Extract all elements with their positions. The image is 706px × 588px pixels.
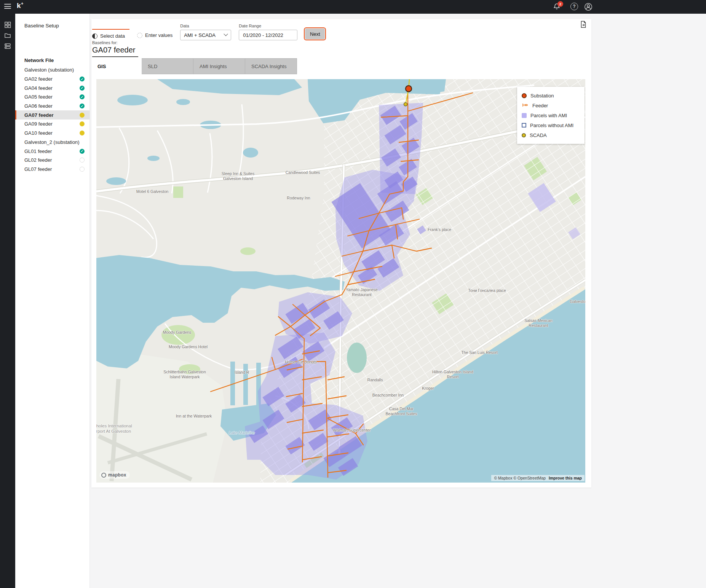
status-pending-icon: [80, 113, 85, 118]
parcel-ami-legend-icon: [522, 113, 527, 118]
sidebar-item-ga05[interactable]: GA05 feeder: [15, 92, 90, 102]
item-label: GL02 feeder: [24, 157, 52, 163]
tab-sld[interactable]: SLD: [142, 58, 193, 74]
help-icon[interactable]: ?: [570, 3, 579, 11]
status-loading-icon: [80, 158, 85, 163]
sidebar-item-ga06[interactable]: GA06 feeder: [15, 102, 90, 111]
sidebar-item-ga04[interactable]: GA04 feeder: [15, 83, 90, 92]
legend-item-parcels-no-ami: Parcels without AMI: [522, 120, 580, 130]
export-file-icon[interactable]: [579, 20, 588, 29]
osm-attribution-link[interactable]: © OpenStreetMap: [513, 476, 546, 480]
sidebar: Baseline Setup Network File Galveston (s…: [15, 14, 90, 588]
substation-marker: [406, 86, 412, 92]
status-loading-icon: [80, 167, 85, 172]
sidebar-item-ga09[interactable]: GA09 feeder: [15, 120, 90, 129]
feeder-legend-icon: [522, 102, 529, 109]
status-done-icon: [80, 94, 85, 99]
sidebar-title: Baseline Setup: [24, 23, 59, 29]
date-range-input[interactable]: [239, 30, 297, 40]
status-done-icon: [80, 86, 85, 91]
sidebar-item-galveston-substation[interactable]: Galveston (substation): [15, 65, 90, 75]
enter-values-radio[interactable]: Enter values: [137, 29, 173, 38]
radio-unselected-icon: [137, 33, 142, 38]
map-attribution: © Mapbox © OpenStreetMap Improve this ma…: [491, 475, 585, 481]
map-legend: Substation Feeder Parcels with AMI: [517, 87, 585, 144]
scada-marker: [404, 103, 407, 106]
tab-gis[interactable]: GIS: [91, 58, 142, 74]
status-done-icon: [80, 104, 85, 108]
mapbox-logo[interactable]: mapbox: [99, 471, 130, 479]
top-bar: k+ 2 ?: [0, 0, 706, 14]
mapbox-icon: [101, 473, 106, 478]
item-label: GA10 feeder: [24, 130, 53, 136]
item-label: GA09 feeder: [24, 121, 53, 127]
legend-item-parcels-ami: Parcels with AMI: [522, 110, 580, 120]
item-label: GA04 feeder: [24, 85, 53, 91]
data-select-value: AMI + SCADA: [184, 32, 216, 38]
item-label: GL01 feeder: [24, 148, 52, 154]
item-label: Galveston (substation): [24, 67, 74, 73]
status-pending-icon: [80, 121, 85, 126]
data-select[interactable]: AMI + SCADA: [180, 30, 231, 40]
baselines-for-label: Baselines for:: [92, 40, 138, 45]
tab-scada-insights[interactable]: SCADA Insights: [245, 58, 297, 74]
parcel-no-ami-legend-icon: [522, 123, 526, 127]
sidebar-item-galveston2-substation[interactable]: Galveston_2 (substation): [15, 138, 90, 147]
legend-item-feeder: Feeder: [522, 100, 580, 110]
status-done-icon: [80, 149, 85, 154]
date-range-label: Date Range: [239, 24, 297, 28]
app-root: k+ 2 ?: [0, 0, 706, 588]
app-logo: k+: [17, 2, 24, 10]
page-title: GA07 feeder: [92, 46, 138, 57]
mapbox-attribution-link[interactable]: © Mapbox: [494, 476, 512, 480]
network-file-list: Galveston (substation) GA02 feeder GA04 …: [15, 65, 90, 174]
item-label: GA06 feeder: [24, 103, 53, 109]
hamburger-menu-icon[interactable]: [4, 4, 11, 10]
map-canvas[interactable]: Sleep Inn & Suites Galveston IslandMotel…: [96, 79, 585, 483]
item-label: GL07 feeder: [24, 166, 52, 172]
next-button[interactable]: Next: [305, 29, 325, 39]
item-label: GA05 feeder: [24, 94, 53, 100]
view-tabs: GIS SLD AMI Insights SCADA Insights: [91, 58, 297, 74]
tab-ami-insights[interactable]: AMI Insights: [193, 58, 245, 74]
radio-selected-icon: [92, 33, 97, 39]
apps-grid-icon[interactable]: [4, 21, 11, 28]
item-label: GA07 feeder: [24, 112, 54, 118]
item-label: Galveston_2 (substation): [24, 139, 80, 145]
select-data-radio[interactable]: Select data: [92, 29, 129, 39]
map-svg: [96, 79, 585, 483]
legend-item-scada: SCADA: [522, 130, 580, 140]
network-file-header: Network File: [24, 57, 54, 63]
sidebar-item-gl01[interactable]: GL01 feeder: [15, 147, 90, 156]
main-area: Select data Enter values Data AMI + SCAD…: [90, 14, 706, 588]
sidebar-item-gl07[interactable]: GL07 feeder: [15, 165, 90, 174]
data-field-label: Data: [180, 24, 231, 28]
status-pending-icon: [80, 131, 85, 135]
chevron-down-icon: [224, 32, 228, 36]
sidebar-item-gl02[interactable]: GL02 feeder: [15, 156, 90, 165]
nav-rail: [0, 14, 15, 588]
scada-legend-icon: [522, 133, 526, 137]
folder-icon[interactable]: [4, 32, 11, 39]
legend-item-substation: Substation: [522, 91, 580, 100]
notification-bell-icon[interactable]: 2: [553, 3, 561, 11]
content-card: Select data Enter values Data AMI + SCAD…: [91, 19, 591, 488]
baseline-controls: Select data Enter values Data AMI + SCAD…: [92, 24, 325, 40]
account-icon[interactable]: [584, 3, 593, 11]
sidebar-item-ga07[interactable]: GA07 feeder: [15, 110, 90, 120]
substation-legend-icon: [522, 93, 527, 98]
sidebar-item-ga10[interactable]: GA10 feeder: [15, 129, 90, 138]
improve-map-link[interactable]: Improve this map: [549, 476, 582, 480]
status-done-icon: [80, 76, 85, 81]
item-label: GA02 feeder: [24, 76, 53, 82]
notification-badge: 2: [557, 1, 563, 7]
server-list-icon[interactable]: [4, 43, 11, 49]
sidebar-item-ga02[interactable]: GA02 feeder: [15, 75, 90, 84]
